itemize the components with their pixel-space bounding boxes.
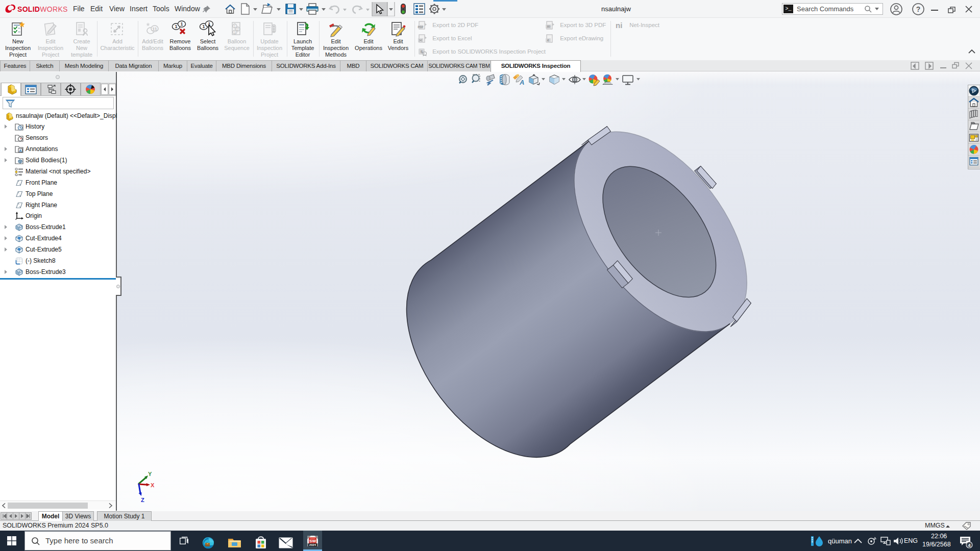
svg-text:1: 1 [180, 21, 183, 27]
svg-text:1: 1 [202, 24, 205, 29]
svg-text:2024: 2024 [309, 543, 316, 546]
svg-text:e: e [547, 38, 549, 42]
svg-text:Z: Z [141, 497, 144, 503]
svg-text:1: 1 [234, 24, 236, 28]
svg-text:SW: SW [309, 539, 316, 543]
svg-text:2: 2 [237, 28, 239, 31]
svg-text:A: A [19, 148, 22, 153]
svg-text:A: A [519, 79, 524, 86]
svg-text:1: 1 [175, 24, 177, 29]
svg-text:4: 4 [968, 543, 970, 548]
svg-text:11: 11 [152, 27, 157, 32]
svg-text:X: X [151, 482, 155, 488]
svg-text:PDF: PDF [418, 25, 424, 28]
svg-text:SOLIDWORKS: SOLIDWORKS [17, 5, 68, 13]
svg-text:3D: 3D [547, 25, 550, 28]
svg-text:3: 3 [234, 31, 236, 34]
svg-text:ni: ni [616, 21, 622, 30]
svg-text:Y: Y [148, 471, 152, 477]
svg-text:S: S [421, 50, 423, 54]
svg-text:?: ? [916, 5, 921, 13]
